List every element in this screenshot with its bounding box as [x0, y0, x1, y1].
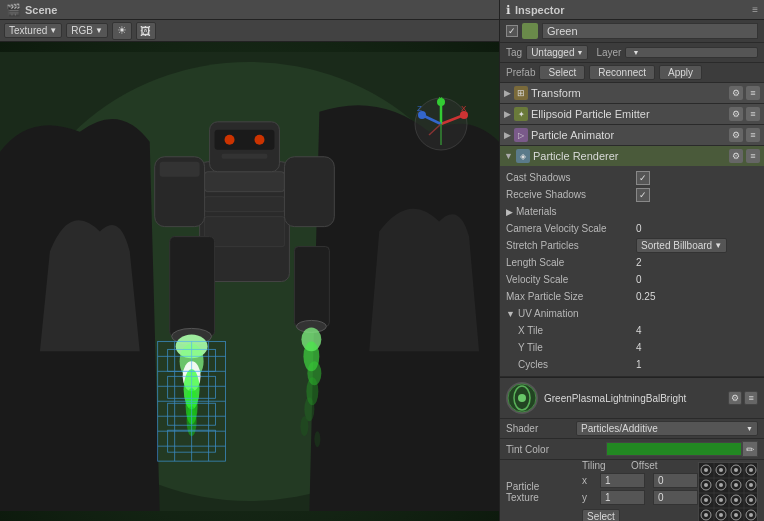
- emitter-component-header[interactable]: ▶ ✦ Ellipsoid Particle Emitter ⚙ ≡: [500, 104, 764, 124]
- transform-component-name: Transform: [531, 87, 726, 99]
- emitter-component: ▶ ✦ Ellipsoid Particle Emitter ⚙ ≡: [500, 104, 764, 125]
- cast-shadows-label: Cast Shadows: [506, 172, 636, 183]
- chevron-down-icon: ▼: [632, 49, 639, 56]
- y-tile-label: Y Tile: [506, 342, 636, 353]
- y-tiling-input[interactable]: [600, 490, 645, 505]
- length-scale-row: Length Scale 2: [506, 254, 758, 271]
- svg-rect-3: [205, 172, 285, 192]
- object-active-checkbox[interactable]: [506, 25, 518, 37]
- chevron-right-icon: ▶: [504, 88, 511, 98]
- emitter-options-button[interactable]: ⚙: [729, 107, 743, 121]
- prefab-row: Prefab Select Reconnect Apply: [500, 63, 764, 83]
- svg-rect-8: [284, 157, 334, 227]
- animator-icon: ▷: [514, 128, 528, 142]
- texture-preview-area: Tiling Offset x y: [574, 462, 758, 521]
- shader-dropdown[interactable]: Particles/Additive ▼: [576, 421, 758, 436]
- length-scale-value: 2: [636, 257, 758, 268]
- svg-point-44: [300, 416, 308, 436]
- svg-point-63: [704, 468, 708, 472]
- length-scale-label: Length Scale: [506, 257, 636, 268]
- svg-point-83: [734, 498, 738, 502]
- y-tile-row: Y Tile 4: [506, 339, 758, 356]
- texture-select-button[interactable]: Select: [582, 509, 620, 521]
- object-name-input[interactable]: [542, 23, 758, 39]
- renderer-menu-button[interactable]: ≡: [746, 149, 760, 163]
- camera-velocity-label: Camera Velocity Scale: [506, 223, 636, 234]
- uv-animation-section[interactable]: ▼ UV Animation: [506, 306, 579, 321]
- prefab-apply-button[interactable]: Apply: [659, 65, 702, 80]
- layer-dropdown[interactable]: ▼: [625, 47, 758, 58]
- image-button[interactable]: 🖼: [136, 22, 156, 40]
- chevron-down-icon: ▼: [506, 309, 515, 319]
- object-name-row: [500, 20, 764, 43]
- cycles-label: Cycles: [506, 359, 636, 370]
- uv-animation-row: ▼ UV Animation: [506, 305, 758, 322]
- scene-panel: 🎬 Scene Textured ▼ RGB ▼ ☀ 🖼: [0, 0, 500, 521]
- camera-velocity-value: 0: [636, 223, 758, 234]
- chevron-down-icon: ▼: [95, 26, 103, 35]
- shader-object-buttons: ⚙ ≡: [728, 391, 758, 405]
- shader-object-name: GreenPlasmaLightningBalBright: [544, 393, 722, 404]
- y-offset-input[interactable]: [653, 490, 698, 505]
- prefab-reconnect-button[interactable]: Reconnect: [589, 65, 655, 80]
- animator-component-name: Particle Animator: [531, 129, 726, 141]
- renderer-options-button[interactable]: ⚙: [729, 149, 743, 163]
- receive-shadows-checkbox[interactable]: [636, 188, 650, 202]
- inspector-menu-button[interactable]: ≡: [752, 4, 758, 15]
- svg-point-93: [749, 513, 753, 517]
- transform-options-button[interactable]: ⚙: [729, 86, 743, 100]
- animator-component-header[interactable]: ▶ ▷ Particle Animator ⚙ ≡: [500, 125, 764, 145]
- x-tiling-input[interactable]: [600, 473, 645, 488]
- shader-object-icon: [506, 382, 538, 414]
- tiling-header: Tiling: [582, 460, 617, 471]
- prefab-select-button[interactable]: Select: [539, 65, 585, 80]
- shader-obj-menu-button[interactable]: ≡: [744, 391, 758, 405]
- materials-row: ▶ Materials: [506, 203, 758, 220]
- renderer-icon: ◈: [516, 149, 530, 163]
- receive-shadows-label: Receive Shadows: [506, 189, 636, 200]
- velocity-scale-label: Velocity Scale: [506, 274, 636, 285]
- texture-thumbnail[interactable]: [698, 462, 758, 521]
- animator-menu-button[interactable]: ≡: [746, 128, 760, 142]
- svg-point-77: [749, 483, 753, 487]
- cast-shadows-row: Cast Shadows: [506, 169, 758, 186]
- x-tiling-row: x: [582, 473, 698, 488]
- inspector-title: Inspector: [515, 4, 565, 16]
- cast-shadows-checkbox[interactable]: [636, 171, 650, 185]
- emitter-menu-button[interactable]: ≡: [746, 107, 760, 121]
- max-particle-size-value: 0.25: [636, 291, 758, 302]
- svg-point-87: [704, 513, 708, 517]
- display-mode-dropdown[interactable]: Textured ▼: [4, 23, 62, 38]
- svg-rect-10: [215, 130, 275, 150]
- tint-color-swatch[interactable]: [606, 442, 742, 456]
- svg-rect-5: [205, 217, 285, 247]
- offset-header: Offset: [631, 460, 666, 471]
- tag-dropdown[interactable]: Untagged ▼: [526, 45, 588, 60]
- scene-gizmo: X Y Z: [414, 97, 469, 152]
- svg-point-91: [734, 513, 738, 517]
- transform-component-header[interactable]: ▶ ⊞ Transform ⚙ ≡: [500, 83, 764, 103]
- tint-color-row: Tint Color ✏: [500, 439, 764, 460]
- color-mode-dropdown[interactable]: RGB ▼: [66, 23, 108, 38]
- svg-point-45: [314, 431, 320, 447]
- x-axis-label: x: [582, 475, 596, 486]
- sun-button[interactable]: ☀: [112, 22, 132, 40]
- shader-obj-settings-button[interactable]: ⚙: [728, 391, 742, 405]
- tag-layer-row: Tag Untagged ▼ Layer ▼: [500, 43, 764, 63]
- chevron-right-icon: ▶: [506, 207, 513, 217]
- svg-text:X: X: [461, 104, 467, 113]
- animator-options-button[interactable]: ⚙: [729, 128, 743, 142]
- svg-rect-37: [294, 247, 329, 327]
- materials-section[interactable]: ▶ Materials: [506, 204, 557, 219]
- renderer-component-header[interactable]: ▼ ◈ Particle Renderer ⚙ ≡: [500, 146, 764, 166]
- object-type-icon: [522, 23, 538, 39]
- svg-point-69: [749, 468, 753, 472]
- stretch-particles-dropdown[interactable]: Sorted Billboard ▼: [636, 238, 727, 253]
- velocity-scale-value: 0: [636, 274, 758, 285]
- transform-menu-button[interactable]: ≡: [746, 86, 760, 100]
- stretch-particles-label: Stretch Particles: [506, 240, 636, 251]
- svg-text:Y: Y: [438, 97, 444, 103]
- shader-object-row: GreenPlasmaLightningBalBright ⚙ ≡: [500, 378, 764, 419]
- tint-color-picker-button[interactable]: ✏: [742, 441, 758, 457]
- x-offset-input[interactable]: [653, 473, 698, 488]
